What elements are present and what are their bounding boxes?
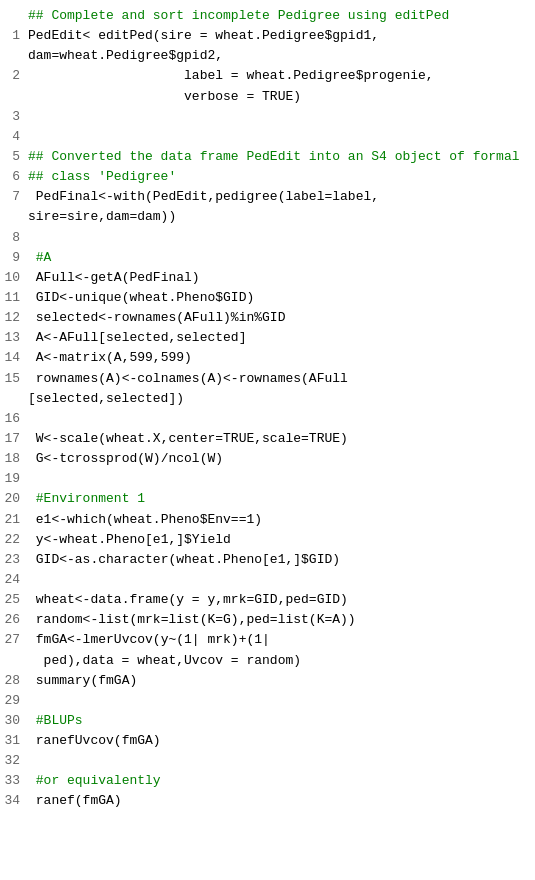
line-text-7-cont: sire=sire,dam=dam)) [28,207,531,227]
code-line-7: 7 PedFinal<-with(PedEdit,pedigree(label=… [0,187,535,207]
line-num-23: 23 [0,550,28,570]
line-text-2-cont: verbose = TRUE) [28,87,531,107]
line-text-31: ranefUvcov(fmGA) [28,731,531,751]
code-line-28: 28 summary(fmGA) [0,671,535,691]
code-line-32: 32 [0,751,535,771]
line-num-32: 32 [0,751,28,771]
line-num-15: 15 [0,369,28,389]
line-num-30: 30 [0,711,28,731]
line-text: ## Complete and sort incomplete Pedigree… [28,6,531,26]
line-text-30: #BLUPs [28,711,531,731]
line-num-13: 13 [0,328,28,348]
line-num-26: 26 [0,610,28,630]
code-line-24: 24 [0,570,535,590]
code-line-6: 6 ## class 'Pedigree' [0,167,535,187]
line-text-18: G<-tcrossprod(W)/ncol(W) [28,449,531,469]
line-num-4: 4 [0,127,28,147]
line-text-7: PedFinal<-with(PedEdit,pedigree(label=la… [28,187,531,207]
code-line-15-cont: [selected,selected]) [0,389,535,409]
code-line-27: 27 fmGA<-lmerUvcov(y~(1| mrk)+(1| [0,630,535,650]
line-text-33: #or equivalently [28,771,531,791]
code-container: ## Complete and sort incomplete Pedigree… [0,0,535,818]
line-text-22: y<-wheat.Pheno[e1,]$Yield [28,530,531,550]
line-text-15-cont: [selected,selected]) [28,389,531,409]
line-text-26: random<-list(mrk=list(K=G),ped=list(K=A)… [28,610,531,630]
code-line-1-cont: dam=wheat.Pedigree$gpid2, [0,46,535,66]
line-num-29: 29 [0,691,28,711]
line-text-2: label = wheat.Pedigree$progenie, [28,66,531,86]
line-text-1: PedEdit< editPed(sire = wheat.Pedigree$g… [28,26,531,46]
line-num-1: 1 [0,26,28,46]
line-text-17: W<-scale(wheat.X,center=TRUE,scale=TRUE) [28,429,531,449]
code-line-22: 22 y<-wheat.Pheno[e1,]$Yield [0,530,535,550]
line-text-11: GID<-unique(wheat.Pheno$GID) [28,288,531,308]
code-line-10: 10 AFull<-getA(PedFinal) [0,268,535,288]
code-line-21: 21 e1<-which(wheat.Pheno$Env==1) [0,510,535,530]
line-header-comment: ## Complete and sort incomplete Pedigree… [0,6,535,26]
line-num-18: 18 [0,449,28,469]
code-line-1: 1 PedEdit< editPed(sire = wheat.Pedigree… [0,26,535,46]
line-text-23: GID<-as.character(wheat.Pheno[e1,]$GID) [28,550,531,570]
line-text-1-cont: dam=wheat.Pedigree$gpid2, [28,46,531,66]
code-line-17: 17 W<-scale(wheat.X,center=TRUE,scale=TR… [0,429,535,449]
code-line-33: 33 #or equivalently [0,771,535,791]
code-line-31: 31 ranefUvcov(fmGA) [0,731,535,751]
line-num-11: 11 [0,288,28,308]
code-line-4: 4 [0,127,535,147]
line-num-16: 16 [0,409,28,429]
code-line-20: 20 #Environment 1 [0,489,535,509]
line-num-25: 25 [0,590,28,610]
code-line-7-cont: sire=sire,dam=dam)) [0,207,535,227]
line-num-34: 34 [0,791,28,811]
line-text-27-cont: ped),data = wheat,Uvcov = random) [28,651,531,671]
line-text-28: summary(fmGA) [28,671,531,691]
code-line-2: 2 label = wheat.Pedigree$progenie, [0,66,535,86]
line-text-15: rownames(A)<-colnames(A)<-rownames(AFull [28,369,531,389]
code-line-34: 34 ranef(fmGA) [0,791,535,811]
line-num-8: 8 [0,228,28,248]
line-text-25: wheat<-data.frame(y = y,mrk=GID,ped=GID) [28,590,531,610]
line-num-33: 33 [0,771,28,791]
code-line-25: 25 wheat<-data.frame(y = y,mrk=GID,ped=G… [0,590,535,610]
line-num-31: 31 [0,731,28,751]
code-line-12: 12 selected<-rownames(AFull)%in%GID [0,308,535,328]
line-text-20: #Environment 1 [28,489,531,509]
code-line-30: 30 #BLUPs [0,711,535,731]
code-line-2-cont: verbose = TRUE) [0,87,535,107]
line-text-10: AFull<-getA(PedFinal) [28,268,531,288]
line-num-22: 22 [0,530,28,550]
line-num-24: 24 [0,570,28,590]
code-line-29: 29 [0,691,535,711]
line-num-10: 10 [0,268,28,288]
line-text-34: ranef(fmGA) [28,791,531,811]
line-num-17: 17 [0,429,28,449]
line-num-28: 28 [0,671,28,691]
code-line-11: 11 GID<-unique(wheat.Pheno$GID) [0,288,535,308]
line-num-21: 21 [0,510,28,530]
code-line-3: 3 [0,107,535,127]
code-line-16: 16 [0,409,535,429]
line-num-12: 12 [0,308,28,328]
code-line-13: 13 A<-AFull[selected,selected] [0,328,535,348]
code-line-14: 14 A<-matrix(A,599,599) [0,348,535,368]
line-text-27: fmGA<-lmerUvcov(y~(1| mrk)+(1| [28,630,531,650]
line-num-5: 5 [0,147,28,167]
line-text-5: ## Converted the data frame PedEdit into… [28,147,531,167]
line-num-3: 3 [0,107,28,127]
line-text-6: ## class 'Pedigree' [28,167,531,187]
code-line-19: 19 [0,469,535,489]
code-line-18: 18 G<-tcrossprod(W)/ncol(W) [0,449,535,469]
line-num-6: 6 [0,167,28,187]
code-line-26: 26 random<-list(mrk=list(K=G),ped=list(K… [0,610,535,630]
line-text-9: #A [28,248,531,268]
code-line-5: 5 ## Converted the data frame PedEdit in… [0,147,535,167]
line-num-7: 7 [0,187,28,207]
line-num-27: 27 [0,630,28,650]
line-text-13: A<-AFull[selected,selected] [28,328,531,348]
line-num-20: 20 [0,489,28,509]
line-text-12: selected<-rownames(AFull)%in%GID [28,308,531,328]
line-num-14: 14 [0,348,28,368]
line-num-9: 9 [0,248,28,268]
line-text-14: A<-matrix(A,599,599) [28,348,531,368]
code-line-15: 15 rownames(A)<-colnames(A)<-rownames(AF… [0,369,535,389]
